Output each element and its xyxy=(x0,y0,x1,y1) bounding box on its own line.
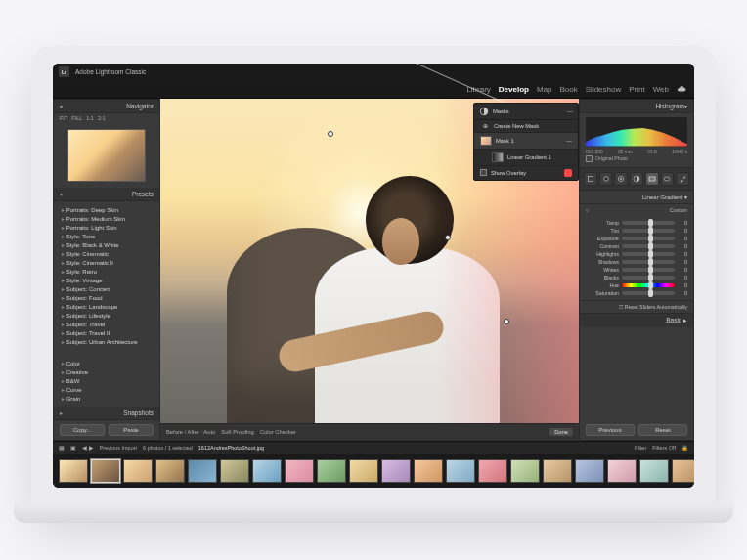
nav-mode-1-1[interactable]: 1:1 xyxy=(86,115,94,121)
create-mask-button[interactable]: ⊕ Create New Mask xyxy=(474,120,578,133)
snapshots-header[interactable]: ▸Snapshots xyxy=(54,407,159,420)
histogram-graph[interactable] xyxy=(586,117,687,147)
radial-tool-button[interactable] xyxy=(661,172,675,186)
filmstrip-thumb[interactable] xyxy=(607,459,637,483)
reset-button[interactable]: Reset xyxy=(638,424,687,436)
preset-item[interactable]: Style: Retro xyxy=(62,267,152,276)
redeye-tool-button[interactable] xyxy=(614,172,628,186)
presets-header[interactable]: ▾Presets xyxy=(54,188,159,201)
module-library[interactable]: Library xyxy=(466,85,490,94)
filmstrip-thumb[interactable] xyxy=(575,459,604,483)
filmstrip-thumb[interactable] xyxy=(446,459,475,483)
filmstrip-thumb[interactable] xyxy=(414,459,443,483)
preset-item[interactable]: Style: Cinematic xyxy=(62,249,152,258)
gradient-handle[interactable] xyxy=(328,131,333,137)
preset-item[interactable]: Subject: Travel xyxy=(62,320,152,328)
filmstrip-thumb[interactable] xyxy=(123,459,153,483)
preset-item[interactable]: Portraits: Medium Skin xyxy=(62,214,152,223)
preset-group[interactable]: Creative xyxy=(62,367,152,376)
paste-button[interactable]: Paste xyxy=(109,424,154,436)
navigator-thumbnail[interactable] xyxy=(67,129,146,182)
nav-mode-fit[interactable]: FIT xyxy=(60,115,67,121)
show-overlay-checkbox[interactable] xyxy=(480,169,487,176)
slider-track[interactable] xyxy=(622,237,675,240)
preset-item[interactable]: Subject: Lifestyle xyxy=(62,311,152,320)
show-overlay-row[interactable]: Show Overlay xyxy=(474,166,578,180)
mask-item-1[interactable]: Mask 1 ⋯ xyxy=(474,133,578,150)
filmstrip-thumb[interactable] xyxy=(672,459,694,483)
slider-track[interactable] xyxy=(622,283,675,287)
overlay-color-swatch[interactable] xyxy=(564,169,572,177)
slider-thumb[interactable] xyxy=(648,250,653,258)
module-map[interactable]: Map xyxy=(537,85,552,94)
module-web[interactable]: Web xyxy=(653,85,669,94)
preset-group[interactable]: Color xyxy=(62,359,152,367)
before-after-label[interactable]: Before / After : Auto xyxy=(166,429,215,435)
histogram-header[interactable]: Histogram▾ xyxy=(580,100,693,113)
filmstrip-thumb[interactable] xyxy=(155,459,185,483)
slider-track[interactable] xyxy=(622,291,675,295)
grad-tool-button[interactable] xyxy=(645,172,659,186)
slider-thumb[interactable] xyxy=(648,266,653,274)
filmstrip-thumb[interactable] xyxy=(59,459,88,483)
mask-component-gradient[interactable]: Linear Gradient 1 xyxy=(474,150,578,166)
preset-item[interactable]: Style: Black & White xyxy=(62,240,152,249)
preset-group[interactable]: B&W xyxy=(62,376,152,385)
preset-item[interactable]: Subject: Concert xyxy=(62,284,152,293)
original-checkbox[interactable] xyxy=(586,155,593,162)
slider-track[interactable] xyxy=(622,221,675,225)
crop-tool-button[interactable] xyxy=(584,172,597,186)
mask-tool-button[interactable] xyxy=(630,172,643,186)
preset-mode-row[interactable]: ○Custom xyxy=(580,204,693,216)
reset-sliders-button[interactable]: ☐ Reset Sliders Automatically xyxy=(580,300,693,313)
previous-button[interactable]: Previous xyxy=(586,424,635,436)
slider-track[interactable] xyxy=(622,276,675,280)
copy-button[interactable]: Copy... xyxy=(60,424,105,436)
heal-tool-button[interactable] xyxy=(599,172,613,186)
slider-track[interactable] xyxy=(622,244,675,248)
grid-icon[interactable]: ▦ xyxy=(59,445,65,451)
original-photo-row[interactable]: Original Photo xyxy=(586,154,687,162)
filmstrip-thumb[interactable] xyxy=(252,459,282,483)
preset-item[interactable]: Style: Tone xyxy=(62,232,152,240)
cloud-icon[interactable] xyxy=(677,84,686,94)
module-book[interactable]: Book xyxy=(560,85,578,94)
filmstrip-thumb[interactable] xyxy=(510,459,540,483)
nav-mode-fill[interactable]: FILL xyxy=(71,115,82,121)
slider-thumb[interactable] xyxy=(648,281,653,289)
preset-item[interactable]: Subject: Food xyxy=(62,293,152,302)
filmstrip-thumb[interactable] xyxy=(220,459,249,483)
preset-item[interactable]: Portraits: Light Skin xyxy=(62,223,152,232)
brush-tool-button[interactable] xyxy=(676,172,689,186)
slider-thumb[interactable] xyxy=(648,289,653,297)
done-button[interactable]: Done xyxy=(549,428,573,436)
masks-header[interactable]: Masks ⋯ xyxy=(474,104,578,120)
filmstrip-thumb[interactable] xyxy=(478,459,507,483)
filmstrip-thumb[interactable] xyxy=(381,459,411,483)
gradient-handle[interactable] xyxy=(445,235,451,240)
navigator-header[interactable]: ▾Navigator xyxy=(54,100,159,113)
preset-group[interactable]: Grain xyxy=(62,394,152,403)
slider-thumb[interactable] xyxy=(648,274,653,281)
slider-track[interactable] xyxy=(622,260,675,264)
nav-mode-2-1[interactable]: 2:1 xyxy=(98,115,106,121)
module-develop[interactable]: Develop xyxy=(499,85,529,94)
filmstrip-thumb[interactable] xyxy=(639,459,669,483)
gradient-handle[interactable] xyxy=(504,319,509,324)
color-checker-label[interactable]: Color Checker xyxy=(260,429,296,435)
filmstrip-thumb[interactable] xyxy=(317,459,346,483)
preset-item[interactable]: Subject: Urban Architecture xyxy=(62,337,152,346)
filmstrip-thumb[interactable] xyxy=(543,459,572,483)
basic-panel-header[interactable]: Basic ▸ xyxy=(580,313,693,327)
slider-thumb[interactable] xyxy=(648,219,653,227)
slider-track[interactable] xyxy=(622,229,675,233)
module-slideshow[interactable]: Slideshow xyxy=(586,85,621,94)
linear-gradient-header[interactable]: Linear Gradient ▾ xyxy=(580,191,693,204)
filter-lock-icon[interactable]: 🔒 xyxy=(681,445,688,451)
preset-item[interactable]: Subject: Travel II xyxy=(62,328,152,337)
preset-group[interactable]: Curve xyxy=(62,385,152,394)
develop-photo[interactable]: Masks ⋯ ⊕ Create New Mask Mask 1 ⋯ L xyxy=(160,99,579,423)
slider-thumb[interactable] xyxy=(648,227,653,235)
preset-item[interactable]: Subject: Landscape xyxy=(62,302,152,311)
preset-item[interactable]: Style: Vintage xyxy=(62,276,152,284)
